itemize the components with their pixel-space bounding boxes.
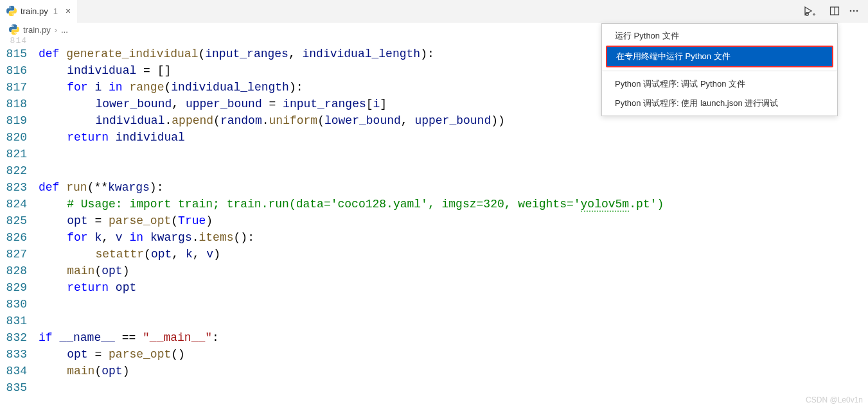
editor-tab-trainpy[interactable]: train.py 1 × <box>0 0 77 22</box>
svg-point-4 <box>853 10 855 12</box>
menu-item-run-python[interactable]: 运行 Python 文件 <box>602 26 837 46</box>
tab-dirty-indicator: 1 <box>53 6 58 16</box>
svg-point-5 <box>856 10 858 12</box>
menu-item-debug-python[interactable]: Python 调试程序: 调试 Python 文件 <box>602 74 837 94</box>
run-dropdown-menu: 运行 Python 文件 在专用终端中运行 Python 文件 Python 调… <box>601 23 838 116</box>
menu-item-debug-launchjson[interactable]: Python 调试程序: 使用 launch.json 进行调试 <box>602 94 837 113</box>
watermark: CSDN @Le0v1n <box>806 395 863 404</box>
tab-bar: train.py 1 × <box>0 0 868 22</box>
chevron-right-icon: › <box>55 25 57 35</box>
tab-filename: train.py <box>21 6 48 16</box>
svg-point-3 <box>850 10 852 12</box>
breadcrumb-file: train.py <box>23 25 51 35</box>
run-debug-icon[interactable] <box>804 6 820 16</box>
menu-item-run-dedicated-terminal[interactable]: 在专用终端中运行 Python 文件 <box>606 46 833 67</box>
menu-separator <box>602 71 837 71</box>
split-editor-icon[interactable] <box>829 6 840 16</box>
python-file-icon <box>6 6 17 16</box>
tab-close-icon[interactable]: × <box>66 6 71 16</box>
tab-actions <box>804 6 868 16</box>
line-number-gutter: 8148158168178188198208218228238248258268… <box>0 37 39 396</box>
python-file-icon <box>9 24 19 35</box>
more-actions-icon[interactable] <box>849 6 859 16</box>
breadcrumb-tail: ... <box>61 25 68 35</box>
